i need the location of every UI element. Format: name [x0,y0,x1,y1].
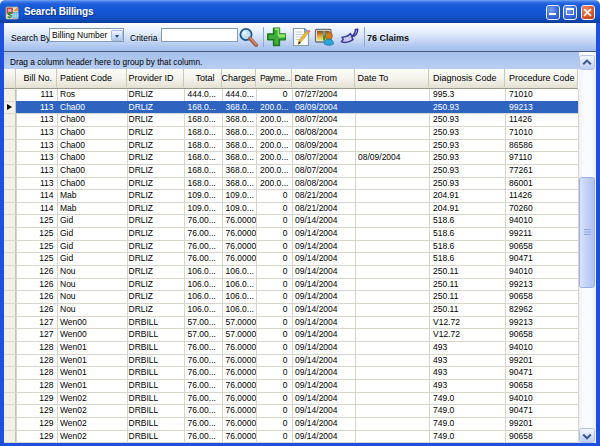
svg-text:$: $ [7,10,12,20]
